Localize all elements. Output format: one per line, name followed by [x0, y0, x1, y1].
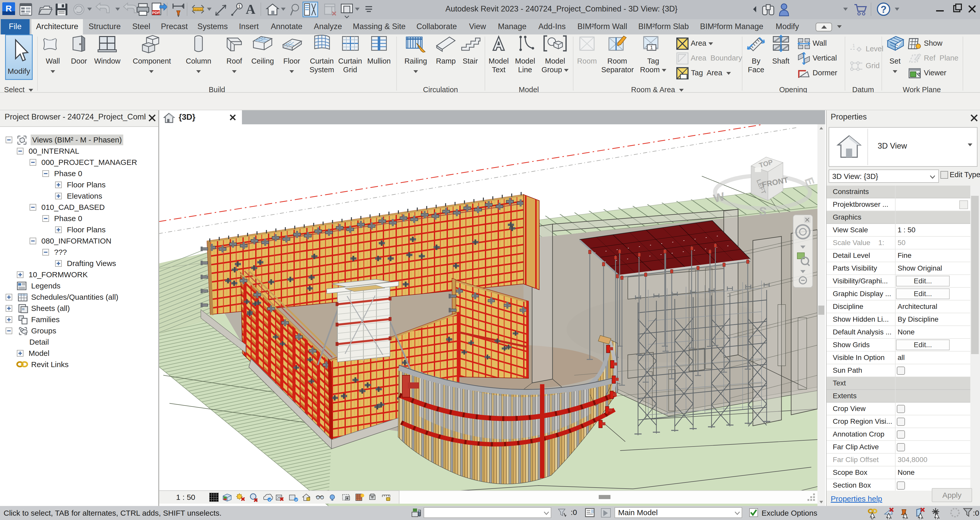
svg-text:1: 1	[853, 43, 855, 48]
svg-text:1: 1	[650, 45, 653, 50]
svg-text:S: S	[758, 204, 767, 218]
